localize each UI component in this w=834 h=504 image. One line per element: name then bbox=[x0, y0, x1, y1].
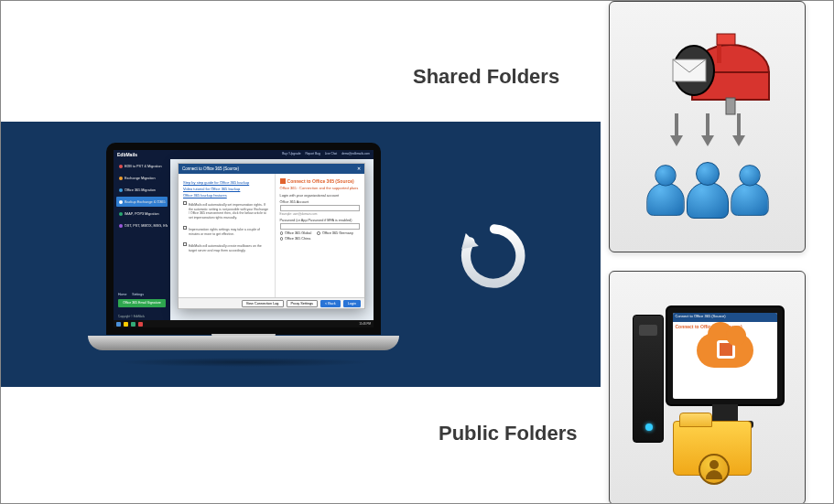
close-icon[interactable]: ✕ bbox=[357, 166, 361, 171]
laptop-screen: EdbMails Buy / Upgrade Report Bug Live C… bbox=[106, 143, 381, 335]
proxy-button[interactable]: Proxy Settings bbox=[287, 300, 318, 307]
email-signature-button[interactable]: Office 365 Email Signature bbox=[118, 299, 166, 307]
connection-subhead: Office 365 : Connection and the supporte… bbox=[280, 186, 360, 190]
diagram-canvas: Shared Folders Public Folders EdbMails B… bbox=[0, 0, 834, 504]
start-icon[interactable] bbox=[116, 322, 121, 327]
app-sidebar: EDB to PST & Migration Exchange Migratio… bbox=[114, 159, 170, 320]
check-2[interactable] bbox=[183, 226, 187, 230]
check-3[interactable] bbox=[183, 242, 187, 246]
dialog-footer: View Connection Log Proxy Settings < Bac… bbox=[179, 297, 364, 308]
radio-china[interactable] bbox=[280, 237, 284, 241]
laptop-base bbox=[88, 336, 399, 350]
top-links: Buy / Upgrade Report Bug Live Chat demo@… bbox=[282, 152, 370, 155]
monitor-stand bbox=[712, 404, 738, 423]
arrow-icon bbox=[703, 113, 712, 146]
arrow-icon bbox=[734, 113, 743, 146]
account-example: Example: user@domain.com bbox=[280, 212, 360, 216]
back-button[interactable]: < Back bbox=[320, 300, 341, 307]
link-chat[interactable]: Live Chat bbox=[325, 152, 337, 155]
radio-global[interactable] bbox=[280, 231, 284, 235]
link-account[interactable]: demo@edbmails.com bbox=[341, 152, 370, 155]
tab-settings[interactable]: Settings bbox=[132, 293, 144, 296]
video-link[interactable]: Video tutorial for Office 365 backup bbox=[183, 187, 270, 191]
cloud-icon bbox=[697, 333, 753, 368]
windows-taskbar: 15:46 PM bbox=[114, 320, 374, 327]
guide-link[interactable]: Step by step guide for Office 365 backup bbox=[183, 180, 270, 185]
people-group-icon bbox=[634, 162, 781, 219]
dialog-right-pane: Connect to Office 365 (Source) Office 36… bbox=[276, 174, 364, 308]
sidebar-item-exchange[interactable]: Exchange Migration bbox=[116, 173, 168, 183]
office-icon bbox=[717, 340, 735, 359]
person-icon bbox=[683, 162, 732, 219]
laptop-shadow bbox=[115, 358, 372, 367]
sidebar-item-o365[interactable]: Office 365 Migration bbox=[116, 185, 168, 195]
radio-germany[interactable] bbox=[317, 231, 320, 235]
app-title-bar: EdbMails Buy / Upgrade Report Bug Live C… bbox=[114, 150, 374, 159]
app-icon-2[interactable] bbox=[138, 322, 143, 327]
office-icon bbox=[280, 178, 286, 184]
features-link[interactable]: Office 365 backup features bbox=[183, 193, 270, 198]
tab-home[interactable]: Home bbox=[118, 293, 126, 296]
account-label: Office 365 Account bbox=[280, 200, 360, 204]
explorer-icon[interactable] bbox=[124, 322, 128, 327]
app-logo: EdbMails bbox=[117, 152, 137, 157]
sync-icon bbox=[459, 220, 530, 292]
sidebar-item-ost[interactable]: OST, PST, MBOX, MSG, EML bbox=[116, 220, 168, 231]
link-buy[interactable]: Buy / Upgrade bbox=[282, 152, 300, 155]
copyright-text: Copyright © EdbMails bbox=[118, 315, 145, 318]
check-1[interactable] bbox=[183, 201, 187, 205]
person-icon bbox=[643, 165, 688, 216]
password-label: Password (or App Password if MFA is enab… bbox=[280, 219, 360, 222]
arrow-icon bbox=[672, 113, 681, 146]
app-window: EdbMails Buy / Upgrade Report Bug Live C… bbox=[114, 150, 374, 327]
login-button[interactable]: Login bbox=[343, 300, 361, 307]
app-main-area: Connect to Office 365 (Source) ✕ Step by… bbox=[170, 159, 374, 320]
shared-folders-card bbox=[609, 1, 806, 252]
public-folders-card: Connect to Office 365 (Source) Connect t… bbox=[609, 271, 806, 504]
taskbar-time: 15:46 PM bbox=[359, 322, 371, 326]
right-column: Connect to Office 365 (Source) Connect t… bbox=[609, 1, 806, 504]
dialog-title-bar: Connect to Office 365 (Source) ✕ bbox=[179, 164, 364, 174]
o365-brand: Connect to Office 365 (Source) bbox=[280, 178, 360, 184]
public-folders-label: Public Folders bbox=[439, 422, 578, 445]
dialog-left-pane: Step by step guide for Office 365 backup… bbox=[179, 174, 276, 308]
person-icon bbox=[727, 165, 772, 216]
arrows-down bbox=[634, 113, 781, 146]
login-heading: Login with your organizational account bbox=[280, 194, 360, 198]
laptop-illustration: EdbMails Buy / Upgrade Report Bug Live C… bbox=[88, 143, 399, 367]
sidebar-item-backup[interactable]: Backup Exchange & O365 bbox=[116, 197, 168, 207]
account-input[interactable] bbox=[280, 205, 360, 211]
monitor-icon: Connect to Office 365 (Source) Connect t… bbox=[666, 306, 785, 406]
mailbox-graphic bbox=[634, 27, 781, 228]
sidebar-item-imap[interactable]: IMAP, POP3 Migration bbox=[116, 209, 168, 219]
computer-graphic: Connect to Office 365 (Source) Connect t… bbox=[625, 296, 790, 479]
monitor-dialog-title: Connect to Office 365 (Source) bbox=[673, 313, 777, 322]
sidebar-item-edb[interactable]: EDB to PST & Migration bbox=[116, 161, 168, 171]
app-icon-1[interactable] bbox=[131, 322, 135, 327]
link-report[interactable]: Report Bug bbox=[306, 152, 320, 155]
pc-tower-icon bbox=[633, 315, 664, 443]
password-input[interactable] bbox=[280, 223, 360, 230]
connect-dialog: Connect to Office 365 (Source) ✕ Step by… bbox=[178, 163, 365, 309]
svg-rect-4 bbox=[717, 34, 735, 45]
view-log-button[interactable]: View Connection Log bbox=[242, 300, 284, 307]
svg-rect-6 bbox=[726, 98, 735, 114]
user-badge-icon bbox=[699, 454, 730, 485]
shared-folders-label: Shared Folders bbox=[413, 65, 559, 89]
dialog-title: Connect to Office 365 (Source) bbox=[182, 166, 239, 171]
